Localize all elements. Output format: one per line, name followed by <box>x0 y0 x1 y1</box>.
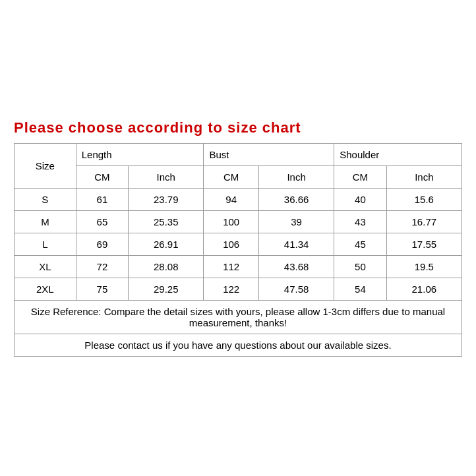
row-2-col-6: 17.55 <box>386 233 461 256</box>
shoulder-cm-header: CM <box>334 166 386 189</box>
main-container: Please choose according to size chart Si… <box>7 113 469 363</box>
table-row: 2XL7529.2512247.585421.06 <box>15 278 462 301</box>
row-3-col-6: 19.5 <box>386 256 461 278</box>
row-2-col-0: L <box>15 233 76 256</box>
row-2-col-2: 26.91 <box>129 233 204 256</box>
row-4-col-6: 21.06 <box>386 278 461 301</box>
shoulder-inch-header: Inch <box>386 166 461 189</box>
footnote-row-1: Size Reference: Compare the detail sizes… <box>15 301 462 334</box>
row-2-col-4: 41.34 <box>258 233 334 256</box>
row-3-col-3: 112 <box>204 256 259 278</box>
page-title: Please choose according to size chart <box>14 119 462 136</box>
row-2-col-3: 106 <box>204 233 259 256</box>
row-4-col-2: 29.25 <box>129 278 204 301</box>
row-0-col-4: 36.66 <box>258 189 334 211</box>
row-4-col-1: 75 <box>76 278 128 301</box>
table-row: S6123.799436.664015.6 <box>15 189 462 211</box>
row-0-col-0: S <box>15 189 76 211</box>
size-header: Size <box>15 144 76 189</box>
footnote-row-2: Please contact us if you have any questi… <box>15 334 462 357</box>
row-0-col-5: 40 <box>334 189 386 211</box>
row-3-col-5: 50 <box>334 256 386 278</box>
row-1-col-0: M <box>15 211 76 233</box>
table-row: M6525.35100394316.77 <box>15 211 462 233</box>
bust-cm-header: CM <box>204 166 259 189</box>
row-1-col-2: 25.35 <box>129 211 204 233</box>
row-0-col-2: 23.79 <box>129 189 204 211</box>
length-inch-header: Inch <box>129 166 204 189</box>
footnote-1: Size Reference: Compare the detail sizes… <box>15 301 462 334</box>
row-4-col-0: 2XL <box>15 278 76 301</box>
row-4-col-5: 54 <box>334 278 386 301</box>
row-1-col-5: 43 <box>334 211 386 233</box>
bust-header: Bust <box>204 144 334 166</box>
row-3-col-1: 72 <box>76 256 128 278</box>
row-0-col-6: 15.6 <box>386 189 461 211</box>
size-chart-table: Size Length Bust Shoulder CM Inch CM Inc… <box>14 143 462 357</box>
bust-inch-header: Inch <box>258 166 334 189</box>
table-body: S6123.799436.664015.6M6525.35100394316.7… <box>15 189 462 301</box>
footnote-2: Please contact us if you have any questi… <box>15 334 462 357</box>
length-header: Length <box>76 144 204 166</box>
row-1-col-1: 65 <box>76 211 128 233</box>
row-3-col-2: 28.08 <box>129 256 204 278</box>
table-row: L6926.9110641.344517.55 <box>15 233 462 256</box>
row-0-col-1: 61 <box>76 189 128 211</box>
row-4-col-4: 47.58 <box>258 278 334 301</box>
length-cm-header: CM <box>76 166 128 189</box>
shoulder-header: Shoulder <box>334 144 462 166</box>
row-0-col-3: 94 <box>204 189 259 211</box>
row-1-col-3: 100 <box>204 211 259 233</box>
table-header-sub: CM Inch CM Inch CM Inch <box>15 166 462 189</box>
row-3-col-0: XL <box>15 256 76 278</box>
table-row: XL7228.0811243.685019.5 <box>15 256 462 278</box>
row-3-col-4: 43.68 <box>258 256 334 278</box>
row-1-col-6: 16.77 <box>386 211 461 233</box>
row-2-col-1: 69 <box>76 233 128 256</box>
row-1-col-4: 39 <box>258 211 334 233</box>
row-2-col-5: 45 <box>334 233 386 256</box>
table-header-main: Size Length Bust Shoulder <box>15 144 462 166</box>
row-4-col-3: 122 <box>204 278 259 301</box>
